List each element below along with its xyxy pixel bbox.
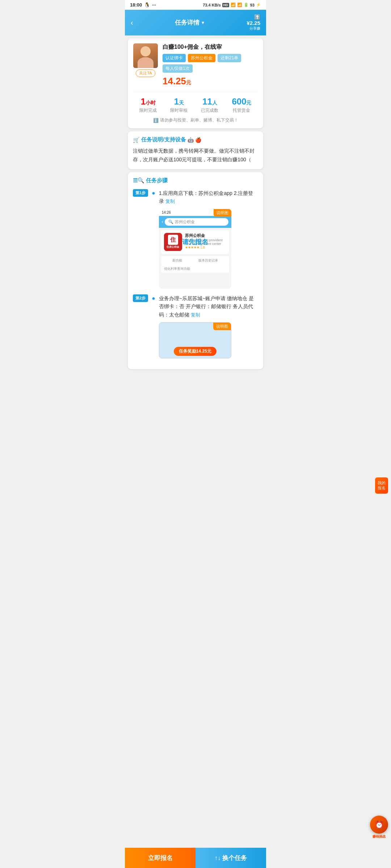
header-title[interactable]: 任务详情 ▼ bbox=[175, 18, 205, 27]
back-button[interactable]: ‹ bbox=[131, 18, 133, 27]
wifi-icon: 📶 bbox=[237, 3, 242, 7]
step-1-dot: ● bbox=[152, 190, 155, 196]
share-icon: ⬆️ bbox=[254, 14, 260, 20]
stat-hours: 1小时 bbox=[139, 97, 157, 107]
step-2-dot: ● bbox=[152, 295, 155, 302]
step-1: 第1步 ● 1.应用商店下载：苏州公积金app 2.注册登录 复制 说明图 14… bbox=[133, 189, 258, 289]
network-type1: HD bbox=[222, 3, 229, 7]
stat-reward: 600元 bbox=[232, 97, 251, 107]
desc-content: 注销过做单无数据，携号转网不要做。做完不注销不封存，次月账户必送100元可提现，… bbox=[133, 147, 258, 164]
follow-button[interactable]: 关注TA bbox=[136, 69, 155, 77]
battery-level: 93 bbox=[250, 3, 255, 7]
task-steps-card: ☰🔍 任务步骤 第1步 ● 1.应用商店下载：苏州公积金app 2.注册登录 复… bbox=[128, 172, 263, 370]
info-icon: ℹ️ bbox=[153, 118, 159, 123]
steps-title: 任务步骤 bbox=[146, 177, 168, 184]
stat-days-label: 限时审核 bbox=[170, 107, 188, 114]
header: ‹ 任务详情 ▼ ⬆️ ¥2.25 分享赚 bbox=[125, 10, 266, 35]
desc-icon: 🛒 bbox=[133, 137, 140, 143]
image-label-2: 说明图 bbox=[213, 323, 231, 330]
apple-icon: 🍎 bbox=[195, 137, 201, 143]
dropdown-arrow-icon: ▼ bbox=[201, 20, 205, 25]
step-1-image: 说明图 14:26 🔋 ‹ 🔍 苏州公积金 bbox=[159, 209, 231, 289]
step-2-image: 说明图 任务奖励14.25元 bbox=[159, 322, 231, 358]
share-amount: ¥2.25 bbox=[247, 20, 260, 26]
step-1-badge: 第1步 bbox=[133, 189, 148, 197]
image-label-1: 说明图 bbox=[214, 209, 231, 217]
task-title: 白赚100+佣金，在线审 bbox=[163, 43, 258, 51]
time: 18:00 bbox=[130, 2, 142, 8]
desc-title: 任务说明/支持设备 bbox=[141, 136, 186, 143]
step-1-copy[interactable]: 复制 bbox=[165, 198, 175, 205]
step-1-text: 1.应用商店下载：苏州公积金app 2.注册登录 复制 bbox=[159, 189, 258, 205]
status-bar: 18:00 🐧 ··· 73.4 KB/s HD 📶 📶 🔋 93 ⚡ bbox=[125, 0, 266, 10]
price-unit: 元 bbox=[186, 80, 191, 85]
warning-text: ℹ️ 请勿参与投资、刷单、赌博、私下交易！ bbox=[133, 117, 258, 123]
step-2-text: 业务办理~乐居苏城~账户申请 缴纳地仓 是否绑卡：否 开户银行：邮储银行 务人员… bbox=[159, 294, 258, 319]
android-icon: 🤖 bbox=[188, 137, 194, 143]
stat-completed-label: 已完成数 bbox=[201, 107, 218, 114]
steps-icon: ☰🔍 bbox=[133, 177, 144, 184]
battery-icon: 🔋 bbox=[244, 3, 249, 7]
task-card: 关注TA 白赚100+佣金，在线审 认证绑卡 苏州公积金 还剩21单 每人仅做1… bbox=[128, 38, 263, 128]
step-2-copy[interactable]: 复制 bbox=[191, 311, 200, 319]
charging-icon: ⚡ bbox=[256, 3, 261, 7]
task-desc-card: 🛒 任务说明/支持设备 🤖 🍎 注销过做单无数据，携号转网不要做。做完不注销不封… bbox=[128, 131, 263, 169]
tag-remaining: 还剩21单 bbox=[218, 54, 241, 62]
share-label: 分享赚 bbox=[249, 26, 260, 31]
share-button[interactable]: ⬆️ ¥2.25 分享赚 bbox=[247, 14, 260, 31]
qq-icon: 🐧 bbox=[144, 2, 150, 8]
overlay-text: 请先报名 bbox=[182, 238, 208, 246]
task-price: 14.25元 bbox=[163, 76, 191, 86]
stat-hours-label: 限时完成 bbox=[139, 107, 157, 114]
stat-completed: 11人 bbox=[201, 97, 218, 107]
dots-icon: ··· bbox=[152, 2, 156, 8]
stat-reward-label: 托管赏金 bbox=[232, 107, 251, 114]
tag-auth-card: 认证绑卡 bbox=[163, 54, 186, 62]
step-2-badge: 第2步 bbox=[133, 294, 148, 302]
tag-limit: 每人仅做1次 bbox=[163, 64, 193, 73]
avatar bbox=[133, 43, 158, 68]
step-2: 第2步 ● 业务办理~乐居苏城~账户申请 缴纳地仓 是否绑卡：否 开户银行：邮储… bbox=[133, 294, 258, 359]
tag-provident: 苏州公积金 bbox=[188, 54, 215, 62]
reward-banner: 任务奖励14.25元 bbox=[174, 347, 216, 356]
app-icon-img: 住 住房公积金 bbox=[164, 233, 182, 251]
stats-row: 1小时 限时完成 1天 限时审核 11人 已完成数 600元 托管赏金 bbox=[133, 92, 258, 114]
network-speed: 73.4 KB/s bbox=[203, 3, 221, 7]
signal-icon1: 📶 bbox=[231, 3, 236, 7]
stat-days: 1天 bbox=[170, 97, 188, 107]
